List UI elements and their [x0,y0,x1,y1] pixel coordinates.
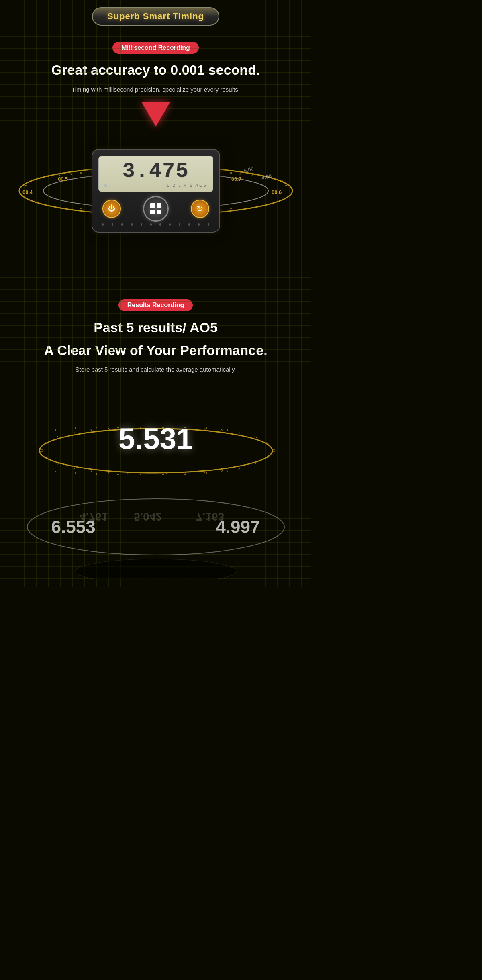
svg-rect-55 [157,203,161,208]
results-area: 4.761 5.042 7.163 5.531 6.553 4.997 [8,386,303,587]
svg-text:5.00: 5.00 [243,165,254,174]
logo-icon [149,202,163,216]
svg-line-4 [29,181,31,182]
millisecond-badge: Millisecond Recording [112,42,199,54]
control-row: ⏻ ↻ [98,196,213,222]
power-icon: ⏻ [108,204,115,213]
section2: Results Recording Past 5 results/ AO5 A … [0,283,311,588]
svg-line-15 [240,173,241,175]
svg-rect-56 [150,210,155,214]
results-badge-text: Results Recording [127,302,184,308]
ring-num-right-near: 00.7 [231,176,241,182]
svg-rect-108 [227,471,228,472]
power-button[interactable]: ⏻ [102,200,121,218]
svg-rect-99 [227,429,228,431]
svg-rect-100 [55,471,56,472]
svg-line-79 [91,470,92,472]
svg-line-10 [285,185,288,186]
svg-rect-42 [230,172,232,174]
results-heading1: Past 5 results/ AO5 [8,319,303,336]
svg-line-3 [23,185,27,186]
timer-device: 3.475 ⍾ 1 2 3 4 5 AO5 ⏻ [92,149,220,233]
svg-rect-54 [150,203,155,208]
red-triangle-pointer [142,102,170,127]
timer-area: 00.4 00.5 00.6 00.7 00.6 5.00 4.00 3.475… [8,106,303,275]
ring-num-right-far: 00.6 [272,189,282,195]
svg-rect-104 [140,474,141,475]
results-badge: Results Recording [118,299,193,311]
bluetooth-icon: ⍾ [104,183,107,188]
svg-line-76 [45,457,48,458]
svg-rect-57 [157,210,161,214]
svg-rect-93 [96,427,97,428]
svg-line-88 [255,463,257,464]
svg-line-87 [239,468,240,470]
header: Superb Smart Timing [0,0,311,30]
svg-line-71 [239,432,240,433]
svg-line-61 [57,436,59,438]
svg-point-110 [76,559,236,579]
millisecond-subtext: Timing with millisecond precision, speci… [8,85,303,94]
sync-button[interactable]: ↻ [191,200,209,218]
svg-rect-91 [55,429,56,431]
center-logo-button[interactable] [143,196,169,222]
svg-line-78 [74,468,75,470]
lcd-time-display: 3.475 [103,161,209,182]
results-subtext: Store past 5 results and calculate the a… [8,365,303,374]
svg-rect-102 [96,473,97,475]
svg-line-12 [272,178,274,179]
sync-icon: ↻ [196,204,203,214]
svg-rect-34 [80,172,82,174]
svg-rect-103 [117,474,119,475]
svg-rect-106 [184,474,186,475]
svg-line-72 [255,436,257,438]
header-title: Superb Smart Timing [107,11,204,21]
svg-text:4.00: 4.00 [261,173,272,181]
svg-line-86 [221,470,223,472]
svg-line-69 [204,428,205,430]
side-result-left: 6.553 [51,517,96,537]
lcd-display: 3.475 ⍾ 1 2 3 4 5 AO5 [98,156,213,192]
svg-line-8 [71,173,72,175]
side-results-row: 6.553 4.997 [51,517,260,537]
ring-num-left-far: 00.4 [22,189,33,195]
svg-line-62 [74,432,75,433]
svg-rect-98 [206,427,207,429]
millisecond-badge-text: Millisecond Recording [121,44,190,51]
svg-line-6 [47,176,49,177]
svg-line-64 [108,428,110,430]
svg-line-5 [37,178,39,179]
svg-rect-92 [75,427,76,429]
side-result-right: 4.997 [216,517,260,537]
svg-line-14 [252,174,253,176]
svg-line-11 [280,181,283,182]
svg-rect-43 [80,208,82,209]
svg-rect-107 [206,472,207,474]
svg-line-85 [204,472,205,473]
header-badge: Superb Smart Timing [92,7,219,26]
svg-rect-105 [162,474,164,475]
svg-line-63 [91,429,92,431]
svg-rect-51 [230,208,232,209]
results-heading2: A Clear View of Your Performance. [8,342,303,359]
svg-rect-101 [75,472,76,474]
svg-line-7 [59,174,60,176]
belt-marks [98,222,213,226]
lcd-slots-label: 1 2 3 4 5 AO5 [167,183,207,188]
main-result-display: 5.531 [118,422,193,456]
section1: Millisecond Recording Great accuracy to … [0,30,311,275]
svg-line-13 [263,176,264,177]
svg-line-70 [221,429,223,431]
millisecond-heading: Great accuracy to 0.001 second. [8,62,303,78]
ring-num-left-near: 00.5 [58,176,68,182]
svg-line-80 [108,472,110,473]
